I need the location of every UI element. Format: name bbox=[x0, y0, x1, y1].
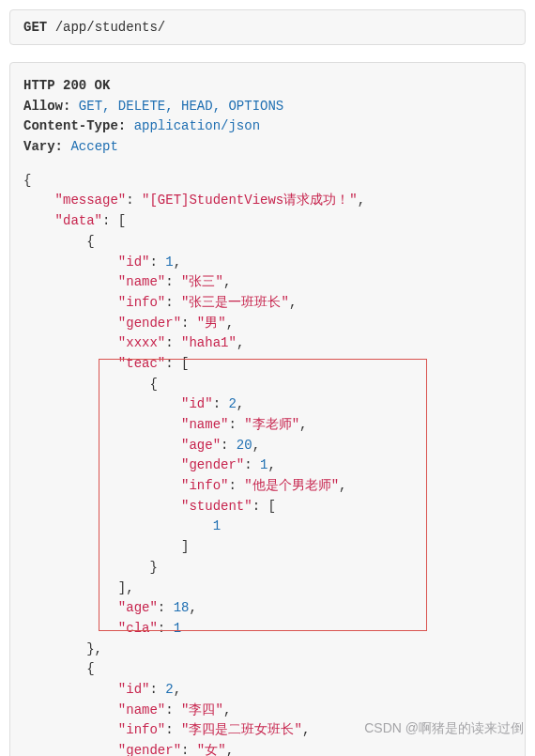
request-path: /app/students/ bbox=[55, 20, 166, 35]
header-vary: Vary: Accept bbox=[23, 137, 512, 158]
header-value: application/json bbox=[134, 118, 260, 133]
request-bar: GET /app/students/ bbox=[9, 9, 526, 45]
status-line: HTTP 200 OK bbox=[23, 76, 512, 97]
watermark: CSDN @啊猪是的读来过倒 bbox=[364, 720, 524, 737]
response-block: HTTP 200 OK Allow: GET, DELETE, HEAD, OP… bbox=[9, 62, 526, 756]
header-label: Vary: bbox=[23, 139, 63, 154]
header-value: GET, DELETE, HEAD, OPTIONS bbox=[79, 99, 283, 114]
header-value: Accept bbox=[70, 139, 117, 154]
header-label: Allow: bbox=[23, 99, 70, 114]
header-label: Content-Type: bbox=[23, 118, 126, 133]
http-method: GET bbox=[23, 20, 47, 35]
json-body: { "message": "[GET]StudentViews请求成功！", "… bbox=[23, 171, 512, 756]
header-allow: Allow: GET, DELETE, HEAD, OPTIONS bbox=[23, 97, 512, 117]
header-content-type: Content-Type: application/json bbox=[23, 116, 512, 137]
